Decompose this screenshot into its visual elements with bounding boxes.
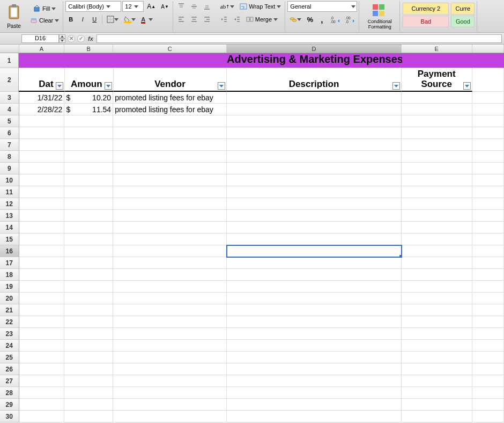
cell-C15[interactable] bbox=[113, 234, 227, 245]
cell-D9[interactable] bbox=[227, 163, 401, 174]
cell-F11[interactable] bbox=[472, 186, 504, 198]
col-header-F[interactable] bbox=[472, 45, 504, 53]
cell-D28[interactable] bbox=[227, 387, 401, 399]
align-left-button[interactable] bbox=[175, 14, 187, 25]
cell-B28[interactable] bbox=[64, 387, 113, 399]
header-description[interactable]: Description bbox=[227, 68, 401, 92]
row-header-15[interactable]: 15 bbox=[0, 234, 19, 245]
cell-E21[interactable] bbox=[402, 304, 472, 316]
cell-B20[interactable] bbox=[64, 293, 113, 304]
cell-B27[interactable] bbox=[64, 375, 113, 387]
cell-B10[interactable] bbox=[64, 174, 113, 186]
sheet-title[interactable]: Advertising & Marketing Expenses bbox=[225, 53, 402, 68]
cell-A29[interactable] bbox=[19, 399, 65, 411]
cell-E29[interactable] bbox=[402, 399, 472, 411]
cell-A25[interactable] bbox=[19, 352, 65, 363]
cell-D4[interactable] bbox=[227, 104, 401, 115]
filter-button-date[interactable] bbox=[56, 82, 63, 90]
percent-button[interactable]: % bbox=[305, 14, 315, 25]
paste-button[interactable]: Paste bbox=[2, 1, 26, 30]
cell-D3[interactable] bbox=[227, 92, 401, 104]
cell-A9[interactable] bbox=[19, 163, 65, 174]
italic-button[interactable]: I bbox=[77, 14, 88, 25]
cell-B11[interactable] bbox=[64, 186, 113, 198]
cell-A21[interactable] bbox=[19, 304, 65, 316]
clear-button[interactable]: Clear bbox=[28, 15, 61, 26]
formula-input[interactable] bbox=[97, 34, 502, 43]
fx-icon[interactable]: fx bbox=[87, 35, 94, 42]
cell-B29[interactable] bbox=[64, 399, 113, 411]
cell-D21[interactable] bbox=[227, 304, 401, 316]
conditional-formatting-button[interactable]: Conditional Formatting bbox=[361, 2, 398, 31]
underline-button[interactable]: U bbox=[89, 14, 100, 25]
cell-C5[interactable] bbox=[113, 115, 227, 127]
cell-D27[interactable] bbox=[227, 375, 401, 387]
cell-E7[interactable] bbox=[402, 139, 472, 151]
cell-F17[interactable] bbox=[472, 257, 504, 269]
cell-A7[interactable] bbox=[19, 139, 65, 151]
row-header-22[interactable]: 22 bbox=[0, 316, 19, 328]
row-header-17[interactable]: 17 bbox=[0, 257, 19, 269]
cell-A11[interactable] bbox=[19, 186, 65, 198]
row-header-29[interactable]: 29 bbox=[0, 399, 19, 411]
font-size-combo[interactable]: 12 bbox=[122, 1, 144, 12]
cell-E25[interactable] bbox=[402, 352, 472, 363]
cell-D16[interactable] bbox=[227, 245, 401, 257]
cell-D18[interactable] bbox=[227, 269, 401, 281]
row-header-23[interactable]: 23 bbox=[0, 328, 19, 340]
cell-B23[interactable] bbox=[64, 328, 113, 340]
cell-B24[interactable] bbox=[64, 340, 113, 352]
cell-F29[interactable] bbox=[472, 399, 504, 411]
borders-button[interactable] bbox=[105, 14, 121, 25]
filter-button-amount[interactable] bbox=[105, 82, 112, 90]
align-top-button[interactable] bbox=[175, 1, 187, 12]
increase-decimal-button[interactable]: .0.00 bbox=[328, 14, 342, 25]
cell-A22[interactable] bbox=[19, 316, 65, 328]
cell-A20[interactable] bbox=[19, 293, 65, 304]
cell-B26[interactable] bbox=[64, 363, 113, 375]
cell-A13[interactable] bbox=[19, 210, 65, 222]
cell-E3[interactable] bbox=[402, 92, 472, 104]
cell-F12[interactable] bbox=[472, 198, 504, 210]
cell-E24[interactable] bbox=[402, 340, 472, 352]
cell-B13[interactable] bbox=[64, 210, 113, 222]
cell-F13[interactable] bbox=[472, 210, 504, 222]
cell-A3[interactable]: 1/31/22 bbox=[19, 92, 65, 104]
row-header-5[interactable]: 5 bbox=[0, 115, 19, 127]
cell-C17[interactable] bbox=[113, 257, 227, 269]
cell-E11[interactable] bbox=[402, 186, 472, 198]
cell-B18[interactable] bbox=[64, 269, 113, 281]
cell-E26[interactable] bbox=[402, 363, 472, 375]
cell-B8[interactable] bbox=[64, 151, 113, 163]
cell-E8[interactable] bbox=[402, 151, 472, 163]
currency-button[interactable] bbox=[287, 14, 303, 25]
col-header-C[interactable]: C bbox=[113, 45, 227, 53]
cell-C8[interactable] bbox=[113, 151, 227, 163]
row-header-3[interactable]: 3 bbox=[0, 92, 19, 104]
decrease-font-button[interactable]: A▼ bbox=[159, 1, 171, 12]
cell-C26[interactable] bbox=[113, 363, 227, 375]
cell-F26[interactable] bbox=[472, 363, 504, 375]
cell-C6[interactable] bbox=[113, 127, 227, 139]
row-header-24[interactable]: 24 bbox=[0, 340, 19, 352]
cell-C22[interactable] bbox=[113, 316, 227, 328]
cell-C21[interactable] bbox=[113, 304, 227, 316]
cell-F5[interactable] bbox=[472, 115, 504, 127]
cell-D25[interactable] bbox=[227, 352, 401, 363]
fill-color-button[interactable] bbox=[122, 14, 138, 25]
cell-C13[interactable] bbox=[113, 210, 227, 222]
cell-E18[interactable] bbox=[402, 269, 472, 281]
cell-D15[interactable] bbox=[227, 234, 401, 245]
cell-A19[interactable] bbox=[19, 281, 65, 293]
cell-B21[interactable] bbox=[64, 304, 113, 316]
cell-reference-input[interactable]: D16 bbox=[21, 34, 59, 43]
row-header-19[interactable]: 19 bbox=[0, 281, 19, 293]
cell-C11[interactable] bbox=[113, 186, 227, 198]
cell-E30[interactable] bbox=[402, 411, 472, 422]
row-header-16[interactable]: 16 bbox=[0, 245, 19, 257]
cell-E4[interactable] bbox=[402, 104, 472, 115]
row-header-26[interactable]: 26 bbox=[0, 363, 19, 375]
col-header-B[interactable]: B bbox=[64, 45, 113, 53]
cell-E28[interactable] bbox=[402, 387, 472, 399]
cell-D11[interactable] bbox=[227, 186, 401, 198]
